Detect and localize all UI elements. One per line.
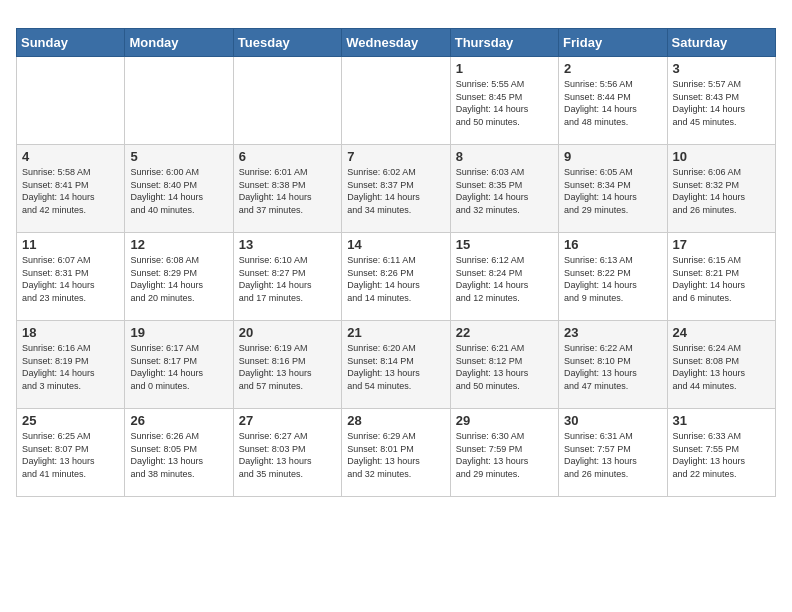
calendar-cell: 13Sunrise: 6:10 AM Sunset: 8:27 PM Dayli… xyxy=(233,233,341,321)
day-detail: Sunrise: 6:30 AM Sunset: 7:59 PM Dayligh… xyxy=(456,430,553,480)
day-detail: Sunrise: 6:06 AM Sunset: 8:32 PM Dayligh… xyxy=(673,166,770,216)
day-detail: Sunrise: 6:20 AM Sunset: 8:14 PM Dayligh… xyxy=(347,342,444,392)
day-detail: Sunrise: 6:00 AM Sunset: 8:40 PM Dayligh… xyxy=(130,166,227,216)
calendar-cell: 15Sunrise: 6:12 AM Sunset: 8:24 PM Dayli… xyxy=(450,233,558,321)
calendar-cell: 30Sunrise: 6:31 AM Sunset: 7:57 PM Dayli… xyxy=(559,409,667,497)
calendar-cell: 28Sunrise: 6:29 AM Sunset: 8:01 PM Dayli… xyxy=(342,409,450,497)
day-detail: Sunrise: 6:29 AM Sunset: 8:01 PM Dayligh… xyxy=(347,430,444,480)
weekday-header-monday: Monday xyxy=(125,29,233,57)
day-number: 20 xyxy=(239,325,336,340)
day-detail: Sunrise: 6:24 AM Sunset: 8:08 PM Dayligh… xyxy=(673,342,770,392)
day-number: 19 xyxy=(130,325,227,340)
day-detail: Sunrise: 6:15 AM Sunset: 8:21 PM Dayligh… xyxy=(673,254,770,304)
day-detail: Sunrise: 6:21 AM Sunset: 8:12 PM Dayligh… xyxy=(456,342,553,392)
day-number: 31 xyxy=(673,413,770,428)
day-number: 7 xyxy=(347,149,444,164)
weekday-header-tuesday: Tuesday xyxy=(233,29,341,57)
calendar-cell: 17Sunrise: 6:15 AM Sunset: 8:21 PM Dayli… xyxy=(667,233,775,321)
day-detail: Sunrise: 6:31 AM Sunset: 7:57 PM Dayligh… xyxy=(564,430,661,480)
day-number: 15 xyxy=(456,237,553,252)
day-detail: Sunrise: 6:03 AM Sunset: 8:35 PM Dayligh… xyxy=(456,166,553,216)
day-number: 17 xyxy=(673,237,770,252)
day-detail: Sunrise: 6:11 AM Sunset: 8:26 PM Dayligh… xyxy=(347,254,444,304)
day-detail: Sunrise: 5:58 AM Sunset: 8:41 PM Dayligh… xyxy=(22,166,119,216)
day-number: 4 xyxy=(22,149,119,164)
day-number: 22 xyxy=(456,325,553,340)
day-number: 2 xyxy=(564,61,661,76)
calendar-cell: 21Sunrise: 6:20 AM Sunset: 8:14 PM Dayli… xyxy=(342,321,450,409)
day-number: 24 xyxy=(673,325,770,340)
calendar-cell: 29Sunrise: 6:30 AM Sunset: 7:59 PM Dayli… xyxy=(450,409,558,497)
day-detail: Sunrise: 6:02 AM Sunset: 8:37 PM Dayligh… xyxy=(347,166,444,216)
day-detail: Sunrise: 6:26 AM Sunset: 8:05 PM Dayligh… xyxy=(130,430,227,480)
day-number: 8 xyxy=(456,149,553,164)
day-number: 23 xyxy=(564,325,661,340)
calendar-cell: 31Sunrise: 6:33 AM Sunset: 7:55 PM Dayli… xyxy=(667,409,775,497)
weekday-header-sunday: Sunday xyxy=(17,29,125,57)
day-detail: Sunrise: 5:56 AM Sunset: 8:44 PM Dayligh… xyxy=(564,78,661,128)
calendar-cell: 20Sunrise: 6:19 AM Sunset: 8:16 PM Dayli… xyxy=(233,321,341,409)
calendar-week-row: 4Sunrise: 5:58 AM Sunset: 8:41 PM Daylig… xyxy=(17,145,776,233)
calendar-week-row: 25Sunrise: 6:25 AM Sunset: 8:07 PM Dayli… xyxy=(17,409,776,497)
day-number: 3 xyxy=(673,61,770,76)
calendar-cell: 1Sunrise: 5:55 AM Sunset: 8:45 PM Daylig… xyxy=(450,57,558,145)
day-detail: Sunrise: 6:07 AM Sunset: 8:31 PM Dayligh… xyxy=(22,254,119,304)
calendar-cell xyxy=(342,57,450,145)
day-number: 10 xyxy=(673,149,770,164)
day-number: 12 xyxy=(130,237,227,252)
weekday-header-saturday: Saturday xyxy=(667,29,775,57)
calendar-cell xyxy=(233,57,341,145)
day-number: 27 xyxy=(239,413,336,428)
day-detail: Sunrise: 6:33 AM Sunset: 7:55 PM Dayligh… xyxy=(673,430,770,480)
day-detail: Sunrise: 6:16 AM Sunset: 8:19 PM Dayligh… xyxy=(22,342,119,392)
day-number: 9 xyxy=(564,149,661,164)
calendar-cell xyxy=(125,57,233,145)
day-detail: Sunrise: 6:05 AM Sunset: 8:34 PM Dayligh… xyxy=(564,166,661,216)
calendar-cell: 4Sunrise: 5:58 AM Sunset: 8:41 PM Daylig… xyxy=(17,145,125,233)
day-number: 11 xyxy=(22,237,119,252)
day-detail: Sunrise: 6:22 AM Sunset: 8:10 PM Dayligh… xyxy=(564,342,661,392)
calendar-cell: 27Sunrise: 6:27 AM Sunset: 8:03 PM Dayli… xyxy=(233,409,341,497)
calendar-cell: 19Sunrise: 6:17 AM Sunset: 8:17 PM Dayli… xyxy=(125,321,233,409)
weekday-header-wednesday: Wednesday xyxy=(342,29,450,57)
calendar-week-row: 11Sunrise: 6:07 AM Sunset: 8:31 PM Dayli… xyxy=(17,233,776,321)
day-detail: Sunrise: 6:17 AM Sunset: 8:17 PM Dayligh… xyxy=(130,342,227,392)
calendar-cell: 10Sunrise: 6:06 AM Sunset: 8:32 PM Dayli… xyxy=(667,145,775,233)
day-detail: Sunrise: 6:12 AM Sunset: 8:24 PM Dayligh… xyxy=(456,254,553,304)
day-detail: Sunrise: 6:08 AM Sunset: 8:29 PM Dayligh… xyxy=(130,254,227,304)
calendar-week-row: 18Sunrise: 6:16 AM Sunset: 8:19 PM Dayli… xyxy=(17,321,776,409)
calendar-cell: 22Sunrise: 6:21 AM Sunset: 8:12 PM Dayli… xyxy=(450,321,558,409)
calendar-cell: 6Sunrise: 6:01 AM Sunset: 8:38 PM Daylig… xyxy=(233,145,341,233)
calendar-cell: 3Sunrise: 5:57 AM Sunset: 8:43 PM Daylig… xyxy=(667,57,775,145)
day-detail: Sunrise: 6:27 AM Sunset: 8:03 PM Dayligh… xyxy=(239,430,336,480)
day-number: 29 xyxy=(456,413,553,428)
day-number: 1 xyxy=(456,61,553,76)
calendar-cell: 18Sunrise: 6:16 AM Sunset: 8:19 PM Dayli… xyxy=(17,321,125,409)
calendar-cell: 26Sunrise: 6:26 AM Sunset: 8:05 PM Dayli… xyxy=(125,409,233,497)
calendar-cell: 11Sunrise: 6:07 AM Sunset: 8:31 PM Dayli… xyxy=(17,233,125,321)
day-detail: Sunrise: 6:13 AM Sunset: 8:22 PM Dayligh… xyxy=(564,254,661,304)
calendar-cell: 5Sunrise: 6:00 AM Sunset: 8:40 PM Daylig… xyxy=(125,145,233,233)
day-number: 16 xyxy=(564,237,661,252)
calendar-cell: 23Sunrise: 6:22 AM Sunset: 8:10 PM Dayli… xyxy=(559,321,667,409)
day-detail: Sunrise: 5:55 AM Sunset: 8:45 PM Dayligh… xyxy=(456,78,553,128)
header-row: SundayMondayTuesdayWednesdayThursdayFrid… xyxy=(17,29,776,57)
day-number: 26 xyxy=(130,413,227,428)
calendar-cell: 9Sunrise: 6:05 AM Sunset: 8:34 PM Daylig… xyxy=(559,145,667,233)
calendar-table: SundayMondayTuesdayWednesdayThursdayFrid… xyxy=(16,28,776,497)
day-number: 14 xyxy=(347,237,444,252)
calendar-cell: 8Sunrise: 6:03 AM Sunset: 8:35 PM Daylig… xyxy=(450,145,558,233)
day-number: 18 xyxy=(22,325,119,340)
day-detail: Sunrise: 6:01 AM Sunset: 8:38 PM Dayligh… xyxy=(239,166,336,216)
day-number: 21 xyxy=(347,325,444,340)
calendar-week-row: 1Sunrise: 5:55 AM Sunset: 8:45 PM Daylig… xyxy=(17,57,776,145)
calendar-cell: 7Sunrise: 6:02 AM Sunset: 8:37 PM Daylig… xyxy=(342,145,450,233)
day-detail: Sunrise: 6:19 AM Sunset: 8:16 PM Dayligh… xyxy=(239,342,336,392)
calendar-cell: 12Sunrise: 6:08 AM Sunset: 8:29 PM Dayli… xyxy=(125,233,233,321)
day-detail: Sunrise: 6:10 AM Sunset: 8:27 PM Dayligh… xyxy=(239,254,336,304)
day-number: 5 xyxy=(130,149,227,164)
calendar-cell: 14Sunrise: 6:11 AM Sunset: 8:26 PM Dayli… xyxy=(342,233,450,321)
day-number: 28 xyxy=(347,413,444,428)
day-number: 25 xyxy=(22,413,119,428)
calendar-cell xyxy=(17,57,125,145)
